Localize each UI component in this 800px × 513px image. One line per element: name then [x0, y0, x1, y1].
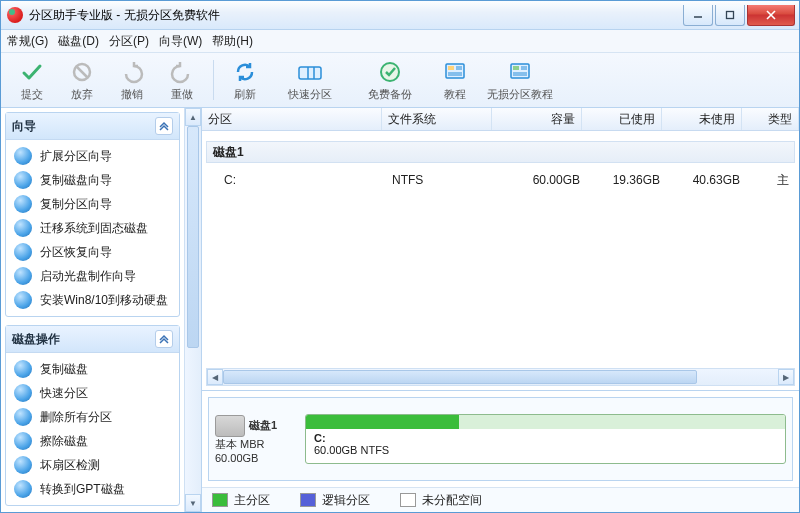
disk-info[interactable]: 磁盘1 基本 MBR 60.00GB: [215, 415, 295, 464]
sidebar-item-copy-partition[interactable]: 复制分区向导: [6, 192, 179, 216]
col-partition[interactable]: 分区: [202, 108, 382, 130]
sidebar-item-bootable-media[interactable]: 启动光盘制作向导: [6, 264, 179, 288]
scroll-right-arrow[interactable]: ▶: [778, 369, 794, 385]
sidebar-item-label: 安装Win8/10到移动硬盘: [40, 292, 168, 309]
tutorial-button[interactable]: 教程: [430, 59, 480, 102]
undo-icon: [119, 59, 145, 85]
scroll-h-thumb[interactable]: [223, 370, 697, 384]
redo-label: 重做: [171, 87, 193, 102]
partition-block[interactable]: C: 60.00GB NTFS: [305, 414, 786, 464]
sidebar-item-label: 擦除磁盘: [40, 433, 88, 450]
diskops-collapse-button[interactable]: [155, 330, 173, 348]
sidebar-item-bad-sector-check[interactable]: 坏扇区检测: [6, 453, 179, 477]
scroll-up-arrow[interactable]: ▲: [185, 108, 201, 126]
grid-body: 磁盘1 C: NTFS 60.00GB 19.36GB 40.63GB 主 ◀ …: [202, 131, 799, 391]
chevron-up-icon: [159, 334, 169, 344]
discard-button[interactable]: 放弃: [57, 59, 107, 102]
disk-map: 磁盘1 基本 MBR 60.00GB C: 60.00GB NTFS: [208, 397, 793, 481]
sidebar-panels: 向导 扩展分区向导 复制磁盘向导 复制分区向导 迁移系统到固态磁盘 分区恢复向导…: [1, 108, 184, 512]
svg-rect-1: [727, 12, 734, 19]
menu-help[interactable]: 帮助(H): [212, 33, 253, 50]
partition-detail: 60.00GB NTFS: [314, 444, 777, 456]
commit-button[interactable]: 提交: [7, 59, 57, 102]
sidebar-scrollbar[interactable]: ▲ ▼: [184, 108, 201, 512]
col-capacity[interactable]: 容量: [492, 108, 582, 130]
sidebar-item-recover-partition[interactable]: 分区恢复向导: [6, 240, 179, 264]
sidebar-item-copy-disk-op[interactable]: 复制磁盘: [6, 357, 179, 381]
content-area: 向导 扩展分区向导 复制磁盘向导 复制分区向导 迁移系统到固态磁盘 分区恢复向导…: [1, 108, 799, 512]
wizard-icon: [14, 267, 32, 285]
grid-data-row[interactable]: C: NTFS 60.00GB 19.36GB 40.63GB 主: [206, 167, 795, 193]
refresh-label: 刷新: [234, 87, 256, 102]
close-button[interactable]: [747, 5, 795, 26]
app-window: 分区助手专业版 - 无损分区免费软件 常规(G) 磁盘(D) 分区(P) 向导(…: [0, 0, 800, 513]
sidebar-item-migrate-ssd[interactable]: 迁移系统到固态磁盘: [6, 216, 179, 240]
col-fs[interactable]: 文件系统: [382, 108, 492, 130]
sidebar-item-wipe-disk[interactable]: 擦除磁盘: [6, 429, 179, 453]
sidebar-item-label: 删除所有分区: [40, 409, 112, 426]
lossless-tutorial-button[interactable]: 无损分区教程: [480, 59, 560, 102]
sidebar-item-extend-partition[interactable]: 扩展分区向导: [6, 144, 179, 168]
menu-wizard[interactable]: 向导(W): [159, 33, 202, 50]
scroll-left-arrow[interactable]: ◀: [207, 369, 223, 385]
diskops-panel-header: 磁盘操作: [6, 326, 179, 353]
menu-partition[interactable]: 分区(P): [109, 33, 149, 50]
sidebar-item-label: 转换到GPT磁盘: [40, 481, 125, 498]
discard-label: 放弃: [71, 87, 93, 102]
cell-used: 19.36GB: [586, 173, 666, 187]
wizard-icon: [14, 147, 32, 165]
svg-line-5: [76, 66, 88, 78]
sidebar-item-delete-all-partitions[interactable]: 删除所有分区: [6, 405, 179, 429]
menu-general[interactable]: 常规(G): [7, 33, 48, 50]
legend-logical-swatch: [300, 493, 316, 507]
sidebar-item-convert-gpt[interactable]: 转换到GPT磁盘: [6, 477, 179, 501]
diskop-icon: [14, 408, 32, 426]
refresh-icon: [232, 59, 258, 85]
scroll-down-arrow[interactable]: ▼: [185, 494, 201, 512]
col-unused[interactable]: 未使用: [662, 108, 742, 130]
redo-button[interactable]: 重做: [157, 59, 207, 102]
cell-capacity: 60.00GB: [496, 173, 586, 187]
wizard-panel-body: 扩展分区向导 复制磁盘向导 复制分区向导 迁移系统到固态磁盘 分区恢复向导 启动…: [6, 140, 179, 316]
wizard-panel: 向导 扩展分区向导 复制磁盘向导 复制分区向导 迁移系统到固态磁盘 分区恢复向导…: [5, 112, 180, 317]
legend-logical: 逻辑分区: [300, 492, 370, 509]
sidebar-item-quick-partition-op[interactable]: 快速分区: [6, 381, 179, 405]
partition-grid: 分区 文件系统 容量 已使用 未使用 类型 磁盘1 C: NTFS 60.00G…: [202, 108, 799, 391]
col-used[interactable]: 已使用: [582, 108, 662, 130]
quick-partition-button[interactable]: 快速分区: [270, 59, 350, 102]
legend-primary: 主分区: [212, 492, 270, 509]
scroll-track[interactable]: [223, 369, 778, 385]
wizard-icon: [14, 243, 32, 261]
free-backup-icon: [377, 59, 403, 85]
maximize-button[interactable]: [715, 5, 745, 26]
menu-disk[interactable]: 磁盘(D): [58, 33, 99, 50]
legend-logical-label: 逻辑分区: [322, 492, 370, 509]
minimize-icon: [693, 10, 703, 20]
chevron-up-icon: [159, 121, 169, 131]
sidebar-item-label: 迁移系统到固态磁盘: [40, 220, 148, 237]
grid-h-scrollbar[interactable]: ◀ ▶: [206, 368, 795, 386]
partition-letter: C:: [314, 432, 777, 444]
grid-group-row[interactable]: 磁盘1: [206, 141, 795, 163]
partition-usage-bar: [306, 415, 785, 429]
diskop-icon: [14, 360, 32, 378]
refresh-button[interactable]: 刷新: [220, 59, 270, 102]
cell-fs: NTFS: [386, 173, 496, 187]
quick-partition-label: 快速分区: [288, 87, 332, 102]
quick-partition-icon: [297, 59, 323, 85]
wizard-collapse-button[interactable]: [155, 117, 173, 135]
sidebar-item-label: 启动光盘制作向导: [40, 268, 136, 285]
window-buttons: [681, 5, 795, 25]
disk-icon: [215, 415, 245, 437]
scroll-thumb[interactable]: [187, 126, 199, 348]
free-backup-button[interactable]: 免费备份: [350, 59, 430, 102]
wizard-icon: [14, 171, 32, 189]
sidebar-item-win-to-go[interactable]: 安装Win8/10到移动硬盘: [6, 288, 179, 312]
undo-button[interactable]: 撤销: [107, 59, 157, 102]
col-type[interactable]: 类型: [742, 108, 799, 130]
app-icon: [7, 7, 23, 23]
minimize-button[interactable]: [683, 5, 713, 26]
sidebar-item-label: 分区恢复向导: [40, 244, 112, 261]
legend-unallocated-label: 未分配空间: [422, 492, 482, 509]
sidebar-item-copy-disk[interactable]: 复制磁盘向导: [6, 168, 179, 192]
